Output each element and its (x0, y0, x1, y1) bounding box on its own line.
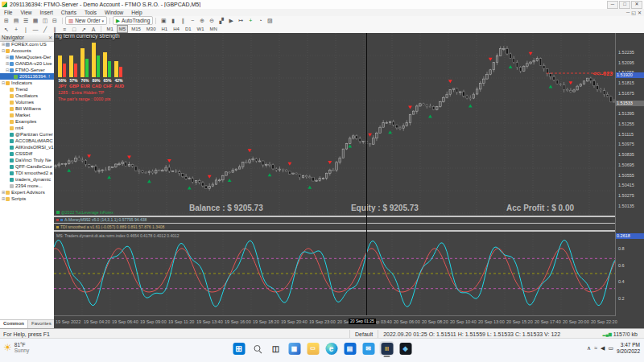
navigator-item[interactable]: mt4 (0, 125, 54, 131)
minimize-icon[interactable]: ─ (607, 1, 618, 9)
autotrading-button[interactable]: ▶AutoTrading (113, 16, 153, 25)
navigator-item[interactable]: Market (0, 112, 54, 118)
child-close-icon[interactable]: ✕ (638, 10, 642, 15)
navigator-item[interactable]: ACC0BALtMARC (0, 138, 54, 144)
menu-charts[interactable]: Charts (57, 9, 80, 16)
equidistant-channel-icon[interactable]: ∥ (50, 26, 60, 33)
chart-window[interactable]: ng term currency strength 56%57%76%89%65… (54, 33, 644, 328)
horizontal-line-icon[interactable]: — (31, 26, 40, 33)
navigator-item[interactable]: 2091136394: ! (0, 73, 54, 80)
navigator-item[interactable]: ⊞FOREX.com US (0, 41, 54, 47)
chart-shift-icon[interactable]: ↦ (236, 17, 246, 24)
new-order-button[interactable]: ▥New Order▾ (65, 16, 107, 25)
navigator-item[interactable]: Examples (0, 118, 54, 125)
data-window-icon[interactable]: ▦ (31, 17, 40, 24)
menu-insert[interactable]: Insert (35, 9, 56, 16)
navigator-item[interactable]: ⊞Expert Advisors (0, 189, 54, 195)
child-restore-icon[interactable]: ◱ (631, 10, 636, 15)
market-watch-icon[interactable]: ☰ (21, 17, 31, 24)
tile-windows-icon[interactable]: ▞ (217, 17, 226, 24)
arrow-object-icon[interactable]: ↗ (79, 26, 89, 33)
maximize-icon[interactable]: □ (619, 1, 630, 9)
navigator-item[interactable]: ⊞Scripts (0, 195, 54, 202)
navigator-item[interactable]: ⊞MetaQuotes-Der (0, 54, 54, 60)
line-chart-icon[interactable]: ~ (188, 17, 197, 24)
taskbar-metatrader-icon[interactable]: ||| (380, 341, 394, 356)
indicator-strip-1[interactable]: A-MoneyM992 v5.0 (14,3,1,1) 0.57795 94.4… (54, 217, 618, 223)
taskbar-clock[interactable]: 3:47 PM 9/20/2022 (617, 342, 640, 355)
price-chart[interactable] (54, 33, 616, 216)
taskbar-edge-icon[interactable]: e (324, 341, 339, 356)
candlestick-chart-icon[interactable]: ▮ (168, 17, 178, 24)
time-axis[interactable]: 19 Sep 202219 Sep 04:2019 Sep 06:4019 Se… (54, 315, 616, 328)
navigator-toggle-icon[interactable]: ◫ (40, 17, 50, 24)
navigator-tab-favorites[interactable]: Favorites (28, 320, 56, 328)
trendline-icon[interactable]: ╱ (40, 26, 50, 33)
timeframe-mn[interactable]: MN (208, 25, 220, 33)
volume-icon[interactable]: ◀ (601, 345, 605, 352)
menu-file[interactable]: File (0, 9, 16, 16)
vertical-line-icon[interactable]: | (21, 26, 31, 33)
close-icon[interactable]: ✕ (48, 35, 52, 40)
indicator-strip-2[interactable]: TDI smoothed a v1.61 (-0.057) 0.889 0.89… (54, 224, 618, 230)
zoom-in-icon[interactable]: ⊕ (197, 17, 207, 24)
navigator-item[interactable]: Bill Williams (0, 105, 54, 112)
timeframe-m30[interactable]: M30 (144, 25, 159, 33)
taskbar-explorer-icon[interactable]: ▭ (306, 341, 320, 356)
crosshair-icon[interactable]: + (11, 26, 21, 33)
taskbar-mail-icon[interactable]: ✉ (361, 341, 376, 356)
terminal-toggle-icon[interactable]: ⊟ (50, 17, 60, 24)
price-scale[interactable]: 1.522351.520951.519551.518151.516751.515… (615, 33, 644, 315)
child-minimize-icon[interactable]: ─ (626, 10, 630, 15)
shapes-icon[interactable]: □ (69, 26, 79, 33)
navigator-item[interactable]: ⊟Accounts (0, 47, 54, 54)
profile-selector[interactable]: Default (349, 330, 378, 339)
chevron-up-icon[interactable]: ∧ (587, 345, 591, 352)
navigator-item[interactable]: AllKindsOfRSI_v1 (0, 144, 54, 150)
battery-icon[interactable]: ▭ (608, 345, 613, 352)
expert-advisors-icon[interactable]: ▣ (159, 17, 168, 24)
navigator-item[interactable]: ⊟FTMO-Server (0, 67, 54, 73)
taskbar-start-icon[interactable]: ⊞ (232, 341, 246, 356)
period-selector-icon[interactable]: ◔ (255, 17, 265, 24)
navigator-item[interactable]: Volumes (0, 99, 54, 105)
timeframe-m5[interactable]: M5 (117, 25, 128, 33)
navigator-item[interactable]: ⊞OANDA-v20 Live (0, 60, 54, 67)
navigator-item[interactable]: DaVinci Truly Ne (0, 157, 54, 163)
menu-tools[interactable]: Tools (80, 9, 101, 16)
add-indicator-icon[interactable]: + (246, 17, 255, 24)
auto-scroll-icon[interactable]: ▶ (226, 17, 236, 24)
timeframe-w1[interactable]: W1 (195, 25, 207, 33)
menu-view[interactable]: View (16, 9, 35, 16)
oscillator-panel[interactable] (54, 232, 616, 315)
menu-help[interactable]: Help (127, 9, 146, 16)
cursor-icon[interactable]: ↖ (2, 26, 11, 33)
wifi-icon[interactable]: ≈ (594, 345, 597, 352)
taskbar-photos-icon[interactable]: ◆ (398, 341, 413, 356)
navigator-item[interactable]: Oscillators (0, 93, 54, 99)
chart-profiles-icon[interactable]: ▤ (11, 17, 21, 24)
navigator-item[interactable]: 2394 more... (0, 183, 54, 189)
timeframe-d1[interactable]: D1 (183, 25, 194, 33)
new-chart-icon[interactable]: ⊞ (2, 17, 11, 24)
navigator-tab-common[interactable]: Common (0, 320, 28, 328)
taskbar-search-icon[interactable] (250, 341, 265, 356)
text-label-icon[interactable]: A (89, 26, 98, 33)
taskbar-widgets-icon[interactable]: ▦ (287, 341, 302, 356)
navigator-item[interactable]: ⊟Indicators (0, 80, 54, 86)
navigator-item[interactable]: @Partizan Currer (0, 131, 54, 138)
timeframe-m1[interactable]: M1 (105, 25, 116, 33)
navigator-item[interactable]: CSSDiff (0, 150, 54, 157)
navigator-item[interactable]: traders_dynamic (0, 176, 54, 183)
zoom-out-icon[interactable]: ⊖ (207, 17, 217, 24)
timeframe-h4[interactable]: H4 (171, 25, 182, 33)
navigator-item[interactable]: QFF-CandleCour (0, 163, 54, 170)
close-icon[interactable]: ✕ (631, 1, 642, 9)
taskbar-store-icon[interactable]: ▤ (343, 341, 357, 356)
navigator-item[interactable]: TDI smoothed2 a (0, 170, 54, 176)
bar-chart-icon[interactable]: ∥ (178, 17, 188, 24)
menu-window[interactable]: Window (101, 9, 127, 16)
timeframe-h1[interactable]: H1 (159, 25, 171, 33)
fibonacci-icon[interactable]: ≡ (60, 26, 69, 33)
timeframe-m15[interactable]: M15 (129, 25, 143, 33)
